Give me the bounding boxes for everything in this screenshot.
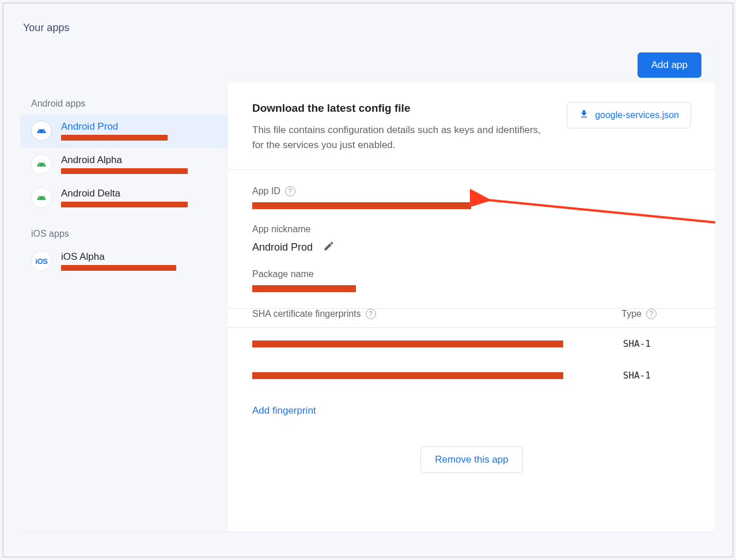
android-icon <box>31 187 52 208</box>
fingerprints-label: SHA certificate fingerprints <box>252 309 361 319</box>
android-icon <box>31 154 52 175</box>
redacted-package-id <box>61 202 188 207</box>
ios-icon: iOS <box>31 251 52 271</box>
download-button-label: google-services.json <box>595 110 679 120</box>
apps-card: Add app Android apps Android Prod <box>21 42 715 532</box>
redacted-package-id <box>61 265 176 271</box>
fingerprint-row: SHA-1 <box>228 360 715 391</box>
redacted-package-name <box>252 285 356 292</box>
help-icon[interactable]: ? <box>285 186 295 196</box>
sidebar-item-android-alpha[interactable]: Android Alpha <box>21 148 228 181</box>
remove-app-button[interactable]: Remove this app <box>420 447 523 473</box>
redacted-fingerprint <box>252 340 563 347</box>
redacted-app-id <box>252 202 471 209</box>
sidebar-group-ios: iOS apps <box>21 225 228 245</box>
add-fingerprint-button[interactable]: Add fingerprint <box>228 391 715 434</box>
sidebar-group-android: Android apps <box>21 95 228 115</box>
edit-icon[interactable] <box>323 240 335 254</box>
android-icon <box>31 120 52 141</box>
add-app-button[interactable]: Add app <box>638 52 701 78</box>
redacted-package-id <box>61 135 168 141</box>
sidebar-item-android-delta[interactable]: Android Delta <box>21 181 228 215</box>
config-file-section: Download the latest config file This fil… <box>228 82 715 170</box>
app-name-label: iOS Alpha <box>61 251 176 263</box>
page-title: Your apps <box>23 22 715 34</box>
apps-sidebar: Android apps Android Prod Andro <box>21 82 228 532</box>
config-section-title: Download the latest config file <box>252 102 552 115</box>
redacted-package-id <box>61 168 188 174</box>
fingerprint-row: SHA-1 <box>228 328 715 360</box>
sidebar-item-ios-alpha[interactable]: iOS iOS Alpha <box>21 245 228 278</box>
config-section-description: This file contains configuration details… <box>252 123 552 152</box>
download-icon <box>579 109 589 122</box>
fingerprint-type: SHA-1 <box>623 338 691 349</box>
app-name-label: Android Prod <box>61 121 168 133</box>
redacted-fingerprint <box>252 372 563 379</box>
fingerprints-header: SHA certificate fingerprints ? Type ? <box>228 309 715 328</box>
app-name-label: Android Alpha <box>61 154 188 166</box>
help-icon[interactable]: ? <box>646 309 657 319</box>
help-icon[interactable]: ? <box>366 309 376 319</box>
app-id-label: App ID <box>252 186 280 196</box>
app-nickname-label: App nickname <box>252 224 310 234</box>
app-nickname-value: Android Prod <box>252 241 313 253</box>
download-config-button[interactable]: google-services.json <box>567 102 691 128</box>
sidebar-item-android-prod[interactable]: Android Prod <box>21 115 228 148</box>
fingerprints-type-header: Type <box>621 309 642 319</box>
app-details-section: App ID ? <box>228 170 715 309</box>
package-name-label: Package name <box>252 269 314 279</box>
app-name-label: Android Delta <box>61 188 188 199</box>
fingerprint-type: SHA-1 <box>623 370 691 381</box>
app-detail-panel: Download the latest config file This fil… <box>228 82 715 532</box>
card-header: Add app <box>21 42 715 82</box>
